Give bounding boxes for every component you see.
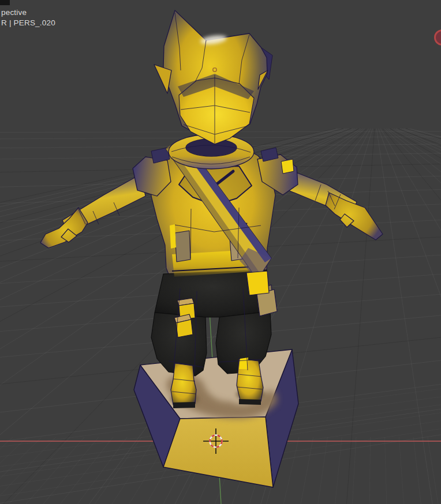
pedestal-object[interactable] — [134, 349, 298, 487]
right-shoulder-plate-bright — [281, 159, 294, 174]
pedestal-front-face — [163, 417, 273, 487]
3d-viewport[interactable]: pective R | PERS_.020 — [0, 0, 441, 504]
viewport-canvas[interactable] — [0, 0, 441, 504]
viewport-object-label: R | PERS_.020 — [1, 18, 55, 27]
right-hand — [326, 193, 383, 240]
left-boot — [171, 363, 196, 405]
corner-mask-rect — [0, 0, 10, 5]
viewport-perspective-label: pective — [1, 8, 27, 17]
